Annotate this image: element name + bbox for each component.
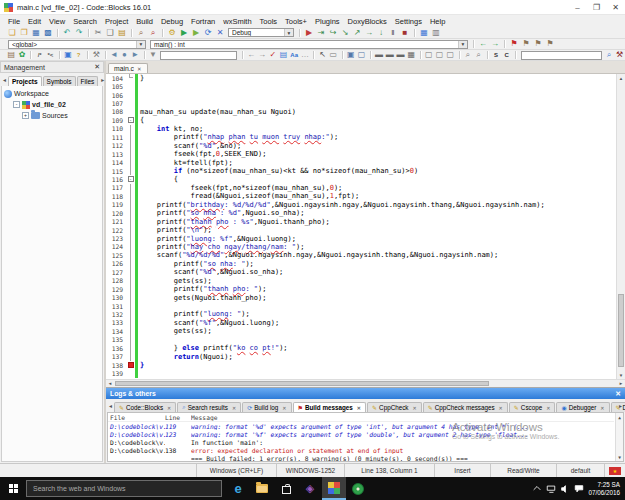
code-line[interactable]: 128 gets(ss); [106, 277, 616, 285]
code-line[interactable]: 131 [106, 302, 616, 310]
tab-build-log[interactable]: ⟳Build log✕ [242, 402, 291, 412]
incremental-search-input[interactable] [160, 51, 237, 60]
editor-tab-main-c[interactable]: main.c ✕ [108, 63, 148, 73]
redo-icon[interactable]: ↷ [73, 28, 85, 38]
menu-item-file[interactable]: File [4, 17, 24, 26]
scrollbar-thumb[interactable] [115, 381, 489, 386]
code-line[interactable]: 119 printf("brithday: %d/%d/%d",&Nguoi.n… [106, 201, 616, 209]
debug-continue-icon[interactable]: ▶ [303, 28, 315, 38]
align-left-icon[interactable]: ▬ [374, 50, 385, 60]
code-line[interactable]: 121 printf("thanh pho : %s",Nguoi.thanh_… [106, 217, 616, 225]
toggle-bookmark-icon[interactable]: ⚑ [508, 39, 520, 49]
scroll-down-icon[interactable]: ▼ [617, 371, 625, 379]
code-line[interactable]: 108mau_nhan_su update(mau_nhan_su Nguoi) [106, 108, 616, 116]
toolbar-search-input[interactable] [521, 51, 602, 60]
thesaurus-icon[interactable]: ▤ [278, 50, 289, 60]
goto-prev-changed-icon[interactable]: ← [477, 39, 489, 49]
menu-item-wxsmith[interactable]: wxSmith [219, 17, 255, 26]
close-button[interactable]: ✕ [606, 0, 625, 14]
wxsmith-dialog-icon[interactable]: ▢ [356, 50, 367, 60]
doxy-settings-icon[interactable]: ⚒ [91, 50, 102, 60]
build-target-select[interactable]: Debug▾ [228, 28, 294, 37]
doxy-help-icon[interactable]: ? [73, 50, 84, 60]
horizontal-scrollbar[interactable]: ◄ ► [106, 379, 625, 387]
code-line[interactable]: 110 int kt, no; [106, 125, 616, 133]
cut-icon[interactable]: ✂ [92, 28, 104, 38]
close-icon[interactable]: ✕ [546, 405, 550, 411]
align-grid-icon[interactable]: ▦ [406, 50, 417, 60]
code-line[interactable]: 126 printf("so nha: "); [106, 260, 616, 268]
scroll-down-icon[interactable]: ▼ [616, 453, 623, 461]
find-icon[interactable]: ⌕ [135, 28, 147, 38]
tab-symbols[interactable]: Symbols [43, 76, 76, 86]
search-icon[interactable]: ⌕ [604, 50, 615, 60]
tab-cppcheck-messages[interactable]: ✎CppCheck messages✕ [423, 402, 508, 412]
language-flag-icon[interactable]: ★ [605, 464, 625, 477]
new-file-icon[interactable]: ❏ [6, 28, 18, 38]
build-message-row[interactable]: D:\codeblock\v...123warning: format '%f'… [108, 430, 614, 438]
code-line[interactable]: 109-{ [106, 116, 616, 124]
code-line[interactable]: 137 return(Nguoi); [106, 352, 616, 360]
copy-icon[interactable]: ❑ [104, 28, 116, 38]
network-icon[interactable] [546, 484, 556, 494]
more-options-icon[interactable]: … [300, 50, 311, 60]
search-options-icon[interactable]: ⚒ [614, 50, 625, 60]
open-file-icon[interactable]: ❐ [18, 28, 30, 38]
incsearch-next-icon[interactable]: ► [130, 50, 141, 60]
border-right-icon[interactable]: ▢ [445, 50, 456, 60]
code-line[interactable]: 112 scanf("%d",&no); [106, 142, 616, 150]
scroll-left-icon[interactable]: ◄ [106, 380, 114, 387]
menu-item-project[interactable]: Project [101, 17, 132, 26]
save-icon[interactable]: ▦ [30, 28, 42, 38]
menu-item-edit[interactable]: Edit [24, 17, 45, 26]
tree-expander-icon[interactable]: + [22, 112, 29, 119]
step-out-icon[interactable]: ↗ [351, 28, 363, 38]
chevron-down-icon[interactable]: ▾ [284, 29, 293, 36]
close-icon[interactable]: ✕ [600, 405, 604, 411]
code-line[interactable]: 111 printf("nhap phan tu muon truy nhap:… [106, 133, 616, 141]
close-icon[interactable]: ✕ [357, 405, 361, 411]
code-line[interactable]: 133 scanf("%f",&Nguoi.luong); [106, 319, 616, 327]
stop-debugger-icon[interactable]: ■ [399, 28, 411, 38]
menu-item-search[interactable]: Search [69, 17, 101, 26]
doxy-wizard-icon[interactable]: ▣ [63, 50, 74, 60]
paste-icon[interactable]: ▤ [116, 28, 128, 38]
taskbar-app-visual-studio[interactable]: ◈ [298, 477, 322, 500]
taskbar-app-file-explorer[interactable] [250, 477, 274, 500]
wxsmith-panel-icon[interactable]: ▣ [345, 50, 356, 60]
replace-icon[interactable]: ⌕ [147, 28, 159, 38]
align-right-icon[interactable]: ▬ [395, 50, 406, 60]
run-to-cursor-icon[interactable]: ⇥ [315, 28, 327, 38]
taskbar-app-codeblocks[interactable] [322, 477, 346, 500]
code-line[interactable]: 122 printf("\n"); [106, 226, 616, 234]
container-icon[interactable]: C [501, 50, 512, 60]
tab-scroll-right-icon[interactable]: ► [617, 403, 624, 409]
spellcheck-icon[interactable]: ✓ [267, 50, 278, 60]
taskbar-app-store[interactable] [274, 477, 298, 500]
code-line[interactable]: 106 [106, 91, 616, 99]
code-line[interactable]: 113 fseek(fpt,0,SEEK_END); [106, 150, 616, 158]
next-bookmark-icon[interactable]: ⚑ [532, 39, 544, 49]
tab-debugger[interactable]: ◉Debugger✕ [556, 402, 609, 412]
code-line[interactable]: 114 kt=ftell(fpt); [106, 158, 616, 166]
code-line[interactable]: 107 [106, 99, 616, 107]
save-all-icon[interactable]: ▩ [42, 28, 54, 38]
chevron-down-icon[interactable]: ▾ [136, 41, 145, 48]
letter-case-icon[interactable]: Aa [289, 50, 300, 60]
tab-scroll-left-icon[interactable]: ◄ [1, 77, 8, 83]
vertical-scrollbar[interactable]: ▲ ▼ [616, 74, 625, 379]
clear-bookmarks-icon[interactable]: ⚑ [544, 39, 556, 49]
code-line[interactable]: 120 printf("so nha : %d",Nguoi.so_nha); [106, 209, 616, 217]
tree-item-workspace[interactable]: Workspace [2, 88, 102, 99]
tab-code-blocks[interactable]: ✎Code::Blocks✕ [114, 402, 176, 412]
build-message-row[interactable]: D:\codeblock\v...138error: expected decl… [108, 447, 614, 455]
start-button[interactable] [0, 477, 26, 500]
rebuild-icon[interactable]: ⟳ [202, 28, 214, 38]
tab-build-messages[interactable]: ⚑Build messages✕ [293, 402, 367, 412]
tree-item-sources[interactable]: +Sources [2, 110, 102, 121]
prev-bookmark-icon[interactable]: ⚑ [520, 39, 532, 49]
code-line[interactable]: 136 } else printf("ko co pt!"); [106, 344, 616, 352]
fold-collapse-icon[interactable]: - [128, 117, 134, 123]
doxyblocks-view-icon[interactable]: ✿ [17, 50, 28, 60]
tab-projects[interactable]: Projects [8, 76, 42, 86]
